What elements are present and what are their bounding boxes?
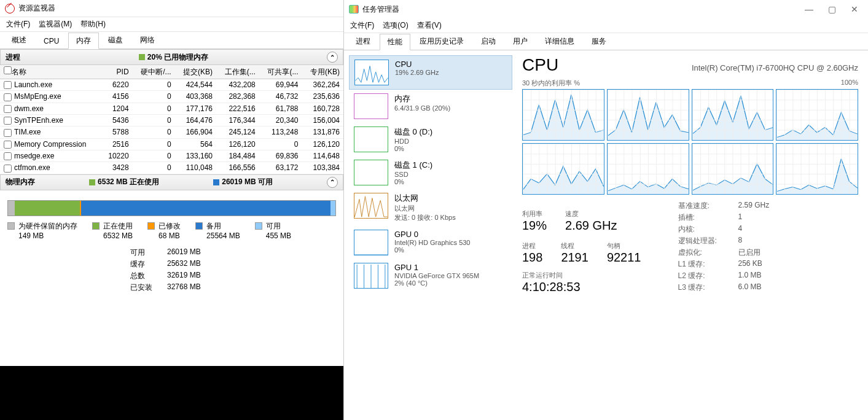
table-row[interactable]: Launch.exe62200424,544432,20869,944362,2… bbox=[0, 79, 343, 91]
core-graph-5 bbox=[607, 143, 689, 195]
tab-network[interactable]: 网络 bbox=[132, 32, 163, 49]
row-checkbox[interactable] bbox=[4, 141, 12, 149]
resmon-app-icon bbox=[5, 4, 15, 14]
tab-详细信息[interactable]: 详细信息 bbox=[537, 33, 582, 50]
core-graph-0 bbox=[522, 89, 604, 141]
select-all-checkbox[interactable] bbox=[4, 66, 12, 74]
table-row[interactable]: ctfmon.exe34280110,048166,55663,172103,3… bbox=[0, 162, 343, 174]
thumb-icon bbox=[354, 263, 388, 289]
core-graph-3 bbox=[776, 89, 858, 141]
maximize-button[interactable]: ▢ bbox=[828, 4, 836, 14]
column-header[interactable]: 提交(KB) bbox=[183, 68, 213, 76]
taskmgr-tabs: 进程性能应用历史记录启动用户详细信息服务 bbox=[344, 33, 868, 50]
row-checkbox[interactable] bbox=[4, 165, 12, 173]
sidebar-item-gpu1[interactable]: GPU 1NVIDIA GeForce GTX 965M2% (40 °C) bbox=[349, 259, 512, 292]
table-row[interactable]: TIM.exe57880166,904245,124113,248131,876 bbox=[0, 126, 343, 138]
legend-item: 为硬件保留的内存149 MB bbox=[7, 221, 77, 240]
collapse-icon[interactable]: ⌃ bbox=[327, 177, 338, 188]
usage-chip-icon bbox=[139, 54, 145, 60]
cpu-specs: 基准速度:2.59 GHz插槽:1内核:4逻辑处理器:8虚拟化:已启用L1 缓存… bbox=[678, 201, 800, 293]
row-checkbox[interactable] bbox=[4, 105, 12, 113]
column-header[interactable]: 名称 bbox=[12, 68, 26, 76]
row-checkbox[interactable] bbox=[4, 152, 12, 160]
column-header[interactable]: 工作集(... bbox=[225, 68, 256, 76]
menu-monitor[interactable]: 监视器(M) bbox=[39, 19, 72, 29]
processes-header[interactable]: 进程 20% 已用物理内存 ⌃ bbox=[0, 49, 343, 65]
physmem-avail: 26019 MB 可用 bbox=[222, 177, 273, 187]
legend-item: 可用455 MB bbox=[255, 221, 291, 240]
graph-max: 100% bbox=[841, 79, 858, 88]
cpu-panel: CPU Intel(R) Core(TM) i7-6700HQ CPU @ 2.… bbox=[512, 50, 868, 420]
tab-服务[interactable]: 服务 bbox=[584, 33, 614, 50]
close-button[interactable]: ✕ bbox=[851, 4, 858, 14]
table-row[interactable]: dwm.exe12040177,176222,51661,788160,728 bbox=[0, 103, 343, 114]
sidebar-item-cpu[interactable]: CPU19% 2.69 GHz bbox=[349, 55, 512, 90]
tab-启动[interactable]: 启动 bbox=[473, 33, 504, 50]
tab-cpu[interactable]: CPU bbox=[36, 34, 67, 49]
tab-应用历史记录[interactable]: 应用历史记录 bbox=[412, 33, 472, 50]
row-checkbox[interactable] bbox=[4, 129, 12, 137]
table-row[interactable]: msedge.exe102200133,160184,48469,836114,… bbox=[0, 150, 343, 161]
physmem-header[interactable]: 物理内存 6532 MB 正在使用 26019 MB 可用 ⌃ bbox=[0, 174, 343, 190]
process-table: 名称PID硬中断/...提交(KB)工作集(...可共享(...专用(KB) L… bbox=[0, 65, 343, 174]
row-checkbox[interactable] bbox=[4, 93, 12, 101]
tab-overview[interactable]: 概述 bbox=[4, 32, 34, 49]
physmem-inuse: 6532 MB 正在使用 bbox=[98, 177, 159, 187]
resmon-title: 资源监视器 bbox=[18, 3, 55, 14]
tab-disk[interactable]: 磁盘 bbox=[100, 32, 131, 49]
sidebar-item-mem[interactable]: 内存6.4/31.9 GB (20%) bbox=[349, 90, 512, 123]
swatch-icon bbox=[147, 222, 155, 230]
menu-options[interactable]: 选项(O) bbox=[383, 20, 408, 31]
resource-monitor-window: 资源监视器 文件(F) 监视器(M) 帮助(H) 概述 CPU 内存 磁盘 网络… bbox=[0, 0, 344, 420]
tab-用户[interactable]: 用户 bbox=[505, 33, 536, 50]
memory-stats: 可用26019 MB缓存25632 MB总数32619 MB已安装32768 M… bbox=[130, 247, 336, 293]
stat-利用率: 利用率19% bbox=[522, 209, 547, 233]
swatch-icon bbox=[195, 222, 203, 230]
perf-sidebar: CPU19% 2.69 GHz 内存6.4/31.9 GB (20%) 磁盘 0… bbox=[344, 50, 512, 420]
cpu-model: Intel(R) Core(TM) i7-6700HQ CPU @ 2.60GH… bbox=[692, 63, 858, 72]
black-strip bbox=[0, 366, 343, 420]
tab-memory[interactable]: 内存 bbox=[68, 33, 99, 49]
cpu-heading: CPU bbox=[522, 55, 558, 75]
memory-section: 为硬件保留的内存149 MB正在使用6532 MB已修改68 MB备用25564… bbox=[0, 190, 343, 298]
stat-线程: 线程2191 bbox=[561, 241, 588, 265]
collapse-icon[interactable]: ⌃ bbox=[327, 52, 338, 63]
menu-file[interactable]: 文件(F) bbox=[350, 20, 374, 31]
menu-help[interactable]: 帮助(H) bbox=[80, 19, 106, 29]
menu-file[interactable]: 文件(F) bbox=[6, 19, 30, 29]
column-header[interactable]: 可共享(... bbox=[267, 68, 298, 76]
processes-title: 进程 bbox=[6, 52, 20, 63]
thumb-icon bbox=[354, 230, 388, 255]
legend-item: 备用25564 MB bbox=[195, 221, 240, 240]
table-row[interactable]: Memory Compression25160564126,1200126,12… bbox=[0, 138, 343, 150]
sidebar-item-disk0[interactable]: 磁盘 0 (D:)HDD0% bbox=[349, 123, 512, 156]
column-header[interactable]: 硬中断/... bbox=[141, 68, 171, 76]
minimize-button[interactable]: — bbox=[805, 4, 813, 14]
core-graph-1 bbox=[607, 89, 689, 141]
thumb-icon bbox=[354, 160, 388, 185]
taskmgr-title: 任务管理器 bbox=[362, 4, 399, 15]
sidebar-item-eth[interactable]: 以太网以太网发送: 0 接收: 0 Kbps bbox=[349, 189, 512, 226]
menu-view[interactable]: 查看(V) bbox=[417, 20, 442, 31]
row-checkbox[interactable] bbox=[4, 117, 12, 125]
swatch-icon bbox=[7, 222, 15, 230]
thumb-icon bbox=[354, 60, 389, 85]
thumb-icon bbox=[354, 193, 388, 219]
uptime-label: 正常运行时间 bbox=[522, 271, 641, 280]
core-graph-4 bbox=[522, 143, 604, 195]
avail-chip-icon bbox=[213, 179, 219, 185]
cpu-core-grid[interactable] bbox=[522, 89, 858, 195]
tab-性能[interactable]: 性能 bbox=[380, 34, 410, 50]
table-row[interactable]: MsMpEng.exe41560403,368282,36846,732235,… bbox=[0, 91, 343, 103]
table-row[interactable]: SynTPEnh.exe54360164,476176,34420,340156… bbox=[0, 114, 343, 126]
thumb-icon bbox=[354, 126, 388, 152]
sidebar-item-disk1[interactable]: 磁盘 1 (C:)SSD0% bbox=[349, 156, 512, 189]
memory-legend: 为硬件保留的内存149 MB正在使用6532 MB已修改68 MB备用25564… bbox=[7, 221, 336, 240]
row-checkbox[interactable] bbox=[4, 81, 12, 89]
sidebar-item-gpu0[interactable]: GPU 0Intel(R) HD Graphics 5300% bbox=[349, 226, 512, 259]
column-header[interactable]: 专用(KB) bbox=[310, 68, 340, 76]
legend-item: 正在使用6532 MB bbox=[92, 221, 133, 240]
column-header[interactable]: PID bbox=[117, 68, 129, 76]
tab-进程[interactable]: 进程 bbox=[348, 33, 378, 50]
core-graph-2 bbox=[692, 89, 774, 141]
